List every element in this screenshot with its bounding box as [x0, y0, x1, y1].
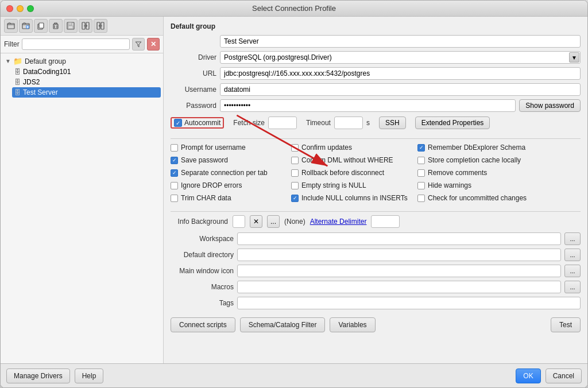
cb-trim-char: Trim CHAR data	[171, 193, 291, 203]
tree-item-datacoding[interactable]: 🗄 DataCoding101	[12, 67, 161, 77]
close-button[interactable]	[6, 5, 13, 12]
cb-label: Hide warnings	[428, 181, 471, 189]
cb-label: Store completion cache locally	[428, 156, 521, 164]
workspace-browse-button[interactable]: ...	[564, 232, 581, 245]
copy-button[interactable]	[34, 19, 48, 33]
include-null-checkbox[interactable]: ✓	[291, 195, 299, 202]
manage-drivers-button[interactable]: Manage Drivers	[6, 368, 70, 383]
cb-label: Prompt for username	[181, 143, 246, 152]
alt-delimiter-link[interactable]: Alternate Delimiter	[310, 218, 367, 226]
alt-delimiter-input[interactable]	[371, 215, 400, 228]
main-icon-input[interactable]	[237, 265, 561, 277]
bottom-bar: Manage Drivers Help OK Cancel	[1, 363, 587, 387]
cb-label: Remove comments	[428, 169, 487, 177]
main-content: Filter ✕ ▼ 📁 Default group 🗄	[1, 17, 587, 363]
default-dir-browse-button[interactable]: ...	[564, 249, 581, 261]
checkbox-col1: Prompt for username ✓ Save password ✓ Se…	[171, 142, 291, 203]
main-window: Select Connection Profile	[0, 0, 588, 388]
workspace-row: Workspace ...	[171, 232, 581, 245]
db-icon: 🗄	[14, 89, 21, 96]
info-bg-more-button[interactable]: ...	[267, 215, 280, 228]
cancel-button[interactable]: Cancel	[546, 368, 582, 383]
confirm-dml-checkbox[interactable]	[291, 157, 299, 164]
trim-char-checkbox[interactable]	[171, 195, 178, 202]
check-uncommitted-checkbox[interactable]	[417, 195, 425, 202]
minimize-button[interactable]	[17, 5, 24, 12]
rollback-checkbox[interactable]	[291, 169, 299, 177]
filter-clear-button[interactable]: ✕	[147, 38, 160, 51]
delete-button[interactable]	[49, 19, 63, 33]
maximize-button[interactable]	[27, 5, 34, 12]
cb-rollback: Rollback before disconnect	[291, 168, 417, 178]
help-button[interactable]: Help	[75, 368, 104, 383]
add-button[interactable]	[19, 19, 33, 33]
filter-input[interactable]	[22, 38, 130, 50]
macros-label: Macros	[171, 283, 234, 291]
hide-warnings-checkbox[interactable]	[417, 182, 425, 189]
new-folder-button[interactable]	[4, 19, 18, 33]
password-label: Password	[171, 102, 216, 110]
cb-label: Confirm updates	[301, 143, 352, 152]
cb-label: Remember DbExplorer Schema	[428, 143, 525, 152]
username-input[interactable]	[220, 83, 581, 96]
macros-browse-button[interactable]: ...	[564, 281, 581, 293]
timeout-input[interactable]	[334, 117, 363, 129]
remember-schema-checkbox[interactable]: ✓	[417, 144, 425, 152]
prompt-username-checkbox[interactable]	[171, 144, 178, 152]
default-dir-label: Default directory	[171, 251, 234, 259]
driver-select-wrapper: PostgreSQL (org.postgresql.Driver) ▼	[220, 51, 581, 64]
tree-group-label[interactable]: Default group	[25, 57, 66, 65]
none-label: (None)	[284, 218, 305, 226]
test-button[interactable]: Test	[551, 317, 581, 332]
right-panel-wrapper: Default group Driver PostgreSQL (org.pos…	[164, 17, 587, 363]
url-input[interactable]	[220, 67, 581, 80]
ok-button[interactable]: OK	[516, 368, 540, 383]
extended-properties-button[interactable]: Extended Properties	[415, 117, 490, 129]
default-dir-input[interactable]	[237, 249, 561, 261]
main-icon-row: Main window icon ...	[171, 265, 581, 277]
show-password-button[interactable]: Show password	[519, 99, 581, 112]
autocommit-checkbox[interactable]: ✓	[174, 119, 182, 127]
info-bg-swatch[interactable]	[233, 215, 245, 228]
save-button[interactable]	[64, 19, 78, 33]
tree-item-jds2[interactable]: 🗄 JDS2	[12, 77, 161, 87]
workspace-input[interactable]	[237, 232, 561, 245]
password-input[interactable]	[220, 99, 516, 112]
checkbox-col3: ✓ Remember DbExplorer Schema Store compl…	[417, 142, 581, 203]
info-bg-clear-button[interactable]: ✕	[250, 215, 262, 228]
tree-item-testserver[interactable]: 🗄 Test Server	[12, 87, 161, 98]
cb-confirm-updates: Confirm updates	[291, 142, 417, 153]
driver-select[interactable]: PostgreSQL (org.postgresql.Driver)	[220, 51, 581, 64]
cb-hide-warnings: Hide warnings	[417, 180, 581, 191]
default-dir-row: Default directory ...	[171, 249, 581, 261]
schema-filter-button[interactable]: Schema/Catalog Filter	[240, 317, 326, 332]
separate-conn-checkbox[interactable]: ✓	[171, 169, 178, 177]
filter-label: Filter	[4, 40, 20, 48]
tags-input[interactable]	[237, 297, 581, 309]
empty-string-checkbox[interactable]	[291, 182, 299, 189]
fetch-size-input[interactable]	[268, 117, 297, 129]
cb-label: Rollback before disconnect	[301, 169, 384, 177]
store-completion-checkbox[interactable]	[417, 157, 425, 164]
remove-comments-checkbox[interactable]	[417, 169, 425, 177]
fetch-size-label: Fetch size	[233, 119, 265, 127]
tree-item-label: Test Server	[23, 88, 58, 96]
ssh-button[interactable]: SSH	[379, 117, 406, 129]
main-icon-browse-button[interactable]: ...	[564, 265, 581, 277]
save-password-checkbox[interactable]: ✓	[171, 157, 178, 164]
select-arrow-icon[interactable]: ▼	[569, 52, 579, 63]
cb-check-uncommitted: Check for uncommitted changes	[417, 193, 581, 203]
svg-rect-7	[68, 22, 72, 25]
ignore-drop-checkbox[interactable]	[171, 182, 178, 189]
url-label: URL	[171, 69, 216, 77]
export-button[interactable]	[94, 19, 107, 33]
cb-label: Empty string is NULL	[301, 181, 366, 189]
macros-input[interactable]	[237, 281, 561, 293]
name-input[interactable]	[220, 35, 581, 48]
variables-button[interactable]: Variables	[330, 317, 375, 332]
confirm-updates-checkbox[interactable]	[291, 144, 299, 152]
filter-icon-button[interactable]	[132, 38, 145, 51]
tree-item-label: JDS2	[23, 78, 40, 86]
import-button[interactable]	[79, 19, 92, 33]
connect-scripts-button[interactable]: Connect scripts	[171, 317, 235, 332]
